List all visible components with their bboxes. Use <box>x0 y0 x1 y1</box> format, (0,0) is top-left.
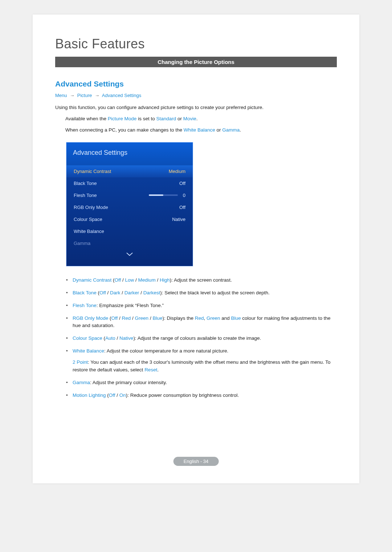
list-item: Gamma: Adjust the primary colour intensi… <box>66 379 337 387</box>
note-term: White Balance <box>184 127 215 133</box>
list-item: Black Tone (Off / Dark / Darker / Darkes… <box>66 289 337 297</box>
note-text: or <box>176 116 183 121</box>
option-name: Motion Lighting <box>73 392 106 398</box>
option-name: Colour Space <box>73 335 102 341</box>
note-text: When connecting a PC, you can make chang… <box>65 127 184 133</box>
osd-label: White Balance <box>74 229 104 234</box>
note-text: . <box>196 116 198 121</box>
option-value: Auto <box>105 335 115 341</box>
option-value: Off <box>111 315 118 321</box>
osd-label: Flesh Tone <box>74 193 97 198</box>
osd-panel: Advanced Settings Dynamic Contrast Mediu… <box>66 142 193 266</box>
osd-body: Dynamic Contrast Medium Black Tone Off F… <box>66 165 193 266</box>
note-term: Standard <box>156 116 176 121</box>
option-value: On <box>119 392 126 398</box>
option-name: Dynamic Contrast <box>73 277 111 283</box>
osd-title: Advanced Settings <box>66 142 193 165</box>
option-value: Native <box>119 335 133 341</box>
breadcrumb-menu: Menu <box>55 93 67 98</box>
osd-row-colour-space[interactable]: Colour Space Native <box>66 213 193 225</box>
osd-row-dynamic-contrast[interactable]: Dynamic Contrast Medium <box>66 165 193 177</box>
option-term: Blue <box>231 315 241 321</box>
sub-name: 2 Point <box>73 359 88 365</box>
section-bar: Changing the Picture Options <box>55 57 337 67</box>
list-item: Dynamic Contrast (Off / Low / Medium / H… <box>66 277 337 284</box>
option-value: Off <box>115 277 121 283</box>
note-term: Gamma <box>222 127 240 133</box>
option-value: High <box>160 277 170 283</box>
option-desc: and <box>220 315 231 321</box>
option-value: Off <box>109 392 115 398</box>
option-name: RGB Only Mode <box>73 315 108 321</box>
option-value: Darker <box>124 290 139 295</box>
option-desc: Reduce power consumption by brightness c… <box>130 392 239 398</box>
osd-value: Medium <box>169 169 185 174</box>
note-text: is set to <box>136 116 156 121</box>
option-value: Blue <box>152 315 162 321</box>
breadcrumb-advanced: Advanced Settings <box>102 93 141 98</box>
option-value: Dark <box>110 290 121 295</box>
note-term: Picture Mode <box>108 116 137 121</box>
osd-label: RGB Only Mode <box>74 205 108 210</box>
osd-label: Gamma <box>74 241 90 246</box>
osd-label: Black Tone <box>74 181 97 186</box>
option-desc: Adjust the screen contrast. <box>174 277 232 283</box>
note-text: or <box>215 127 222 133</box>
option-desc: Emphasize pink “Flesh Tone.” <box>99 303 164 308</box>
intro-text: Using this function, you can configure a… <box>55 104 337 112</box>
list-item: RGB Only Mode (Off / Red / Green / Blue)… <box>66 315 337 330</box>
osd-row-white-balance[interactable]: White Balance <box>66 225 193 237</box>
osd-value: Off <box>179 205 185 210</box>
note-pc: When connecting a PC, you can make chang… <box>55 126 337 134</box>
sub-reset: Reset <box>144 367 157 372</box>
option-desc: Select the black level to adjust the scr… <box>164 290 270 295</box>
list-item: Motion Lighting (Off / On): Reduce power… <box>66 392 337 399</box>
sub-2point: 2 Point: You can adjust each of the 3 co… <box>73 359 337 374</box>
osd-value: 0 <box>183 193 185 198</box>
option-term: Red <box>195 315 204 321</box>
note-picture-mode: Available when the Picture Mode is set t… <box>55 115 337 123</box>
list-item: White Balance: Adjust the colour tempera… <box>66 347 337 374</box>
note-text: Available when the <box>65 116 108 121</box>
option-value: Red <box>122 315 131 321</box>
option-name: White Balance <box>73 348 104 354</box>
option-value: Green <box>135 315 149 321</box>
option-value: Medium <box>138 277 156 283</box>
option-name: Black Tone <box>73 290 97 295</box>
osd-value: Off <box>179 181 185 186</box>
arrow-icon: → <box>68 93 76 98</box>
note-term: Movie <box>183 116 196 121</box>
osd-label: Colour Space <box>74 217 102 222</box>
osd-value: Native <box>172 217 185 222</box>
option-name: Flesh Tone <box>73 303 97 308</box>
option-value: Off <box>99 290 106 295</box>
sub-desc: . <box>157 367 159 372</box>
osd-row-flesh-tone[interactable]: Flesh Tone 0 <box>66 189 193 201</box>
option-value: Darkest <box>143 290 160 295</box>
option-name: Gamma <box>73 380 90 385</box>
osd-row-rgb-only[interactable]: RGB Only Mode Off <box>66 201 193 213</box>
manual-page: Basic Features Changing the Picture Opti… <box>33 15 359 483</box>
sub-desc: : You can adjust each of the 3 colour's … <box>73 359 331 372</box>
option-value: Low <box>125 277 134 283</box>
osd-slider[interactable] <box>149 194 178 196</box>
osd-row-black-tone[interactable]: Black Tone Off <box>66 177 193 189</box>
osd-row-gamma[interactable]: Gamma <box>66 237 193 249</box>
heading-advanced-settings: Advanced Settings <box>55 80 337 88</box>
breadcrumb: Menu → Picture → Advanced Settings <box>55 93 337 98</box>
osd-label: Dynamic Contrast <box>74 169 111 174</box>
option-desc: Displays the <box>167 315 195 321</box>
note-text: . <box>240 127 241 133</box>
page-title: Basic Features <box>55 36 337 52</box>
options-list: Dynamic Contrast (Off / Low / Medium / H… <box>66 277 337 399</box>
breadcrumb-picture: Picture <box>77 93 92 98</box>
slider-fill <box>149 194 163 196</box>
option-desc: Adjust the range of colours available to… <box>138 335 261 341</box>
chevron-down-icon[interactable] <box>66 249 193 262</box>
arrow-icon: → <box>93 93 101 98</box>
list-item: Flesh Tone: Emphasize pink “Flesh Tone.” <box>66 302 337 310</box>
page-footer: English - 34 <box>173 457 219 466</box>
option-term: Green <box>207 315 220 321</box>
list-item: Colour Space (Auto / Native): Adjust the… <box>66 335 337 342</box>
option-desc: , <box>204 315 207 321</box>
